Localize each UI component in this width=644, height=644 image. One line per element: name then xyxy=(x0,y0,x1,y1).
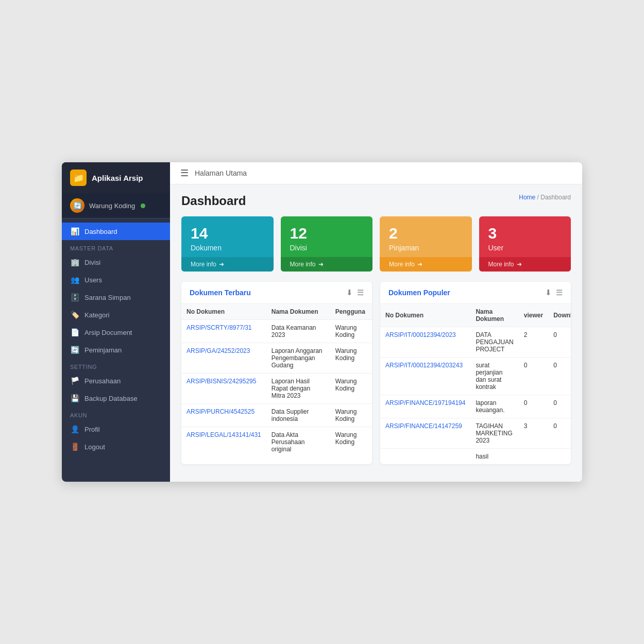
table-row: hasil xyxy=(380,449,571,465)
cell-downloader: 0 xyxy=(548,327,571,358)
col-pengguna: Pengguna xyxy=(330,304,372,320)
dashboard-icon: 📊 xyxy=(70,227,79,235)
topbar-title: Halaman Utama xyxy=(195,169,247,177)
stat-card-number: 14 xyxy=(191,225,264,242)
cell-viewer xyxy=(519,449,548,465)
download-icon[interactable]: ⬇ xyxy=(545,288,552,297)
sidebar-item-label: Backup Database xyxy=(84,395,138,402)
peminjaman-icon: 🔄 xyxy=(70,346,79,354)
download-icon[interactable]: ⬇ xyxy=(346,288,353,297)
stat-card-body: 14 Dokumen xyxy=(181,216,274,257)
menu-icon[interactable]: ☰ xyxy=(357,288,364,297)
sidebar-item-dashboard[interactable]: 📊 Dashboard xyxy=(62,223,170,240)
kategori-icon: 🏷️ xyxy=(70,311,79,319)
more-info-label: More info xyxy=(488,261,514,268)
cell-no-dokumen: ARSIP/IT/00012394/2023 xyxy=(380,327,470,358)
user-name: Warung Koding xyxy=(89,202,135,210)
col-nama-dokumen: Nama Dokumen xyxy=(266,304,330,320)
cell-pengguna: Warung Koding xyxy=(330,427,372,457)
stat-card-pinjaman: 2 Pinjaman More info ➜ xyxy=(380,216,472,272)
hamburger-icon[interactable]: ☰ xyxy=(180,167,189,179)
dokumen-terbaru-card: Dokumen Terbaru ⬇ ☰ No Dokumen Nama Doku… xyxy=(181,282,372,464)
table-row: ARSIP/BISNIS/24295295 Laporan Hasil Rapa… xyxy=(181,374,372,404)
stat-card-more-info-pinjaman[interactable]: More info ➜ xyxy=(380,257,472,272)
setting-label: Setting xyxy=(62,359,170,372)
sidebar-item-divisi[interactable]: 🏢 Divisi xyxy=(62,253,170,271)
table-row: ARSIP/SCRTY/8977/31 Data Keamanan 2023 W… xyxy=(181,320,372,343)
backup-icon: 💾 xyxy=(70,394,79,402)
perusahaan-icon: 🏳️ xyxy=(70,377,79,385)
menu-icon[interactable]: ☰ xyxy=(556,288,563,297)
breadcrumb-current: Dashboard xyxy=(540,194,571,201)
sidebar-item-users[interactable]: 👥 Users xyxy=(62,271,170,289)
sidebar-item-label: Divisi xyxy=(84,259,100,266)
app-container: 📁 Aplikasi Arsip 🔄 Warung Koding 📊 Dashb… xyxy=(62,162,582,482)
table-row: ARSIP/PURCH/4542525 Data Supplier indone… xyxy=(181,404,372,427)
sidebar-item-label: Perusahaan xyxy=(84,377,121,385)
cell-downloader: 0 xyxy=(548,358,571,395)
dokumen-populer-title: Dokumen Populer xyxy=(388,289,450,297)
cell-nama-dokumen: Data Keamanan 2023 xyxy=(266,320,330,343)
profil-icon: 👤 xyxy=(70,425,79,433)
sidebar-item-arsip-document[interactable]: 📄 Arsip Document xyxy=(62,324,170,341)
dokumen-populer-card: Dokumen Populer ⬇ ☰ No Dokumen Nama Doku… xyxy=(380,282,571,464)
sidebar-item-logout[interactable]: 🚪 Logout xyxy=(62,438,170,455)
cell-no-dokumen: ARSIP/SCRTY/8977/31 xyxy=(181,320,266,343)
cell-viewer: 0 xyxy=(519,358,548,395)
browser-window: 📁 Aplikasi Arsip 🔄 Warung Koding 📊 Dashb… xyxy=(62,162,582,482)
cell-viewer: 2 xyxy=(519,327,548,358)
stat-card-more-info-user[interactable]: More info ➜ xyxy=(479,257,571,272)
table-row: ARSIP/LEGAL/143141/431 Data Akta Perusah… xyxy=(181,427,372,457)
more-info-label: More info xyxy=(389,261,415,268)
cell-no-dokumen: ARSIP/LEGAL/143141/431 xyxy=(181,427,266,457)
sidebar-item-peminjaman[interactable]: 🔄 Peminjaman xyxy=(62,341,170,359)
cell-nama-dokumen: Data Supplier indonesia xyxy=(266,404,330,427)
user-status-dot xyxy=(141,204,145,208)
stat-card-number: 2 xyxy=(389,225,463,242)
sidebar-user: 🔄 Warung Koding xyxy=(62,193,170,218)
col-viewer: viewer xyxy=(519,304,548,327)
sidebar-item-backup-database[interactable]: 💾 Backup Database xyxy=(62,389,170,407)
cell-nama-dokumen: Laporan Anggaran Pengembangan Gudang xyxy=(266,343,330,374)
stat-cards: 14 Dokumen More info ➜ 12 Divisi xyxy=(181,216,571,272)
stat-card-number: 12 xyxy=(290,225,364,242)
breadcrumb-home[interactable]: Home xyxy=(519,194,535,201)
dokumen-terbaru-title: Dokumen Terbaru xyxy=(190,289,251,297)
cell-no-dokumen: ARSIP/GA/24252/2023 xyxy=(181,343,266,374)
cell-pengguna: Warung Koding xyxy=(330,343,372,374)
more-info-label: More info xyxy=(191,261,216,268)
sidebar-item-sarana-simpan[interactable]: 🗄️ Sarana Simpan xyxy=(62,289,170,306)
cell-no-dokumen: ARSIP/IT/00012394/203243 xyxy=(380,358,470,395)
sidebar-item-perusahaan[interactable]: 🏳️ Perusahaan xyxy=(62,372,170,389)
sidebar-item-kategori[interactable]: 🏷️ Kategori xyxy=(62,306,170,324)
stat-card-label: Pinjaman xyxy=(389,244,463,252)
stat-card-number: 3 xyxy=(488,225,562,242)
sidebar: 📁 Aplikasi Arsip 🔄 Warung Koding 📊 Dashb… xyxy=(62,162,170,482)
sidebar-item-profil[interactable]: 👤 Profil xyxy=(62,420,170,438)
main-content: ☰ Halaman Utama Dashboard Home / Dashboa… xyxy=(170,162,582,482)
cell-nama-dokumen: Laporan Hasil Rapat dengan Mitra 2023 xyxy=(266,374,330,404)
sidebar-item-label: Kategori xyxy=(84,311,109,319)
page-title: Dashboard xyxy=(181,194,246,208)
dokumen-terbaru-actions: ⬇ ☰ xyxy=(346,288,364,297)
sidebar-item-label: Profil xyxy=(84,426,100,433)
stat-card-body: 12 Divisi xyxy=(281,216,373,257)
cell-pengguna: Warung Koding xyxy=(330,374,372,404)
cell-nama-dokumen: hasil xyxy=(470,449,518,465)
sidebar-item-label: Users xyxy=(84,276,102,284)
topbar: ☰ Halaman Utama xyxy=(170,162,582,184)
stat-card-more-info-dokumen[interactable]: More info ➜ xyxy=(181,257,274,272)
dokumen-terbaru-header: Dokumen Terbaru ⬇ ☰ xyxy=(181,282,372,304)
breadcrumb: Home / Dashboard xyxy=(519,194,571,201)
more-info-label: More info xyxy=(290,261,316,268)
table-row: ARSIP/FINANCE/197194194 laporan keuangan… xyxy=(380,395,571,418)
divisi-icon: 🏢 xyxy=(70,258,79,266)
akun-label: Akun xyxy=(62,407,170,420)
table-row: ARSIP/IT/00012394/203243 surat perjanjia… xyxy=(380,358,571,395)
stat-card-body: 3 User xyxy=(479,216,571,257)
cell-downloader xyxy=(548,449,571,465)
stat-card-more-info-divisi[interactable]: More info ➜ xyxy=(281,257,373,272)
dokumen-populer-table: No Dokumen Nama Dokumen viewer Downloade… xyxy=(380,304,571,464)
brand-icon: 📁 xyxy=(70,170,87,186)
tables-row: Dokumen Terbaru ⬇ ☰ No Dokumen Nama Doku… xyxy=(181,282,571,464)
